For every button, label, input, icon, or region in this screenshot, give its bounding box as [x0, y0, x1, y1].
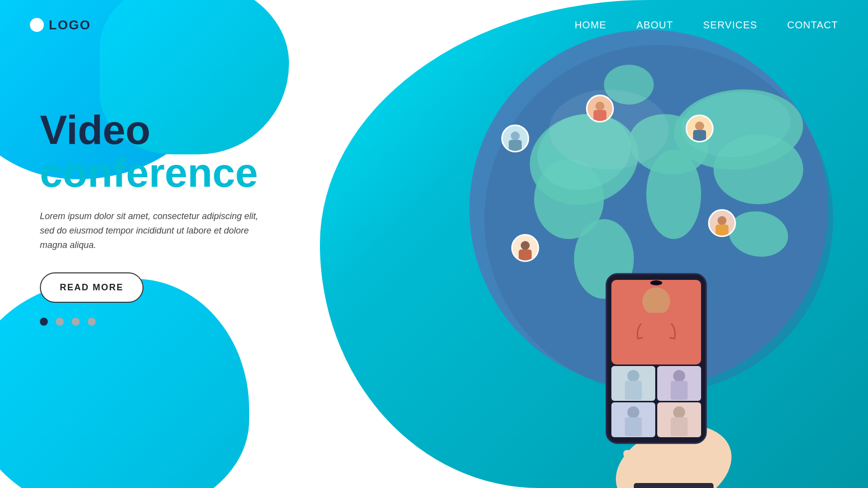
nav-about[interactable]: ABOUT [636, 19, 673, 31]
nav-contact[interactable]: CONTACT [787, 19, 838, 31]
svg-point-28 [521, 241, 530, 250]
svg-point-61 [650, 280, 662, 285]
svg-rect-29 [519, 249, 532, 260]
pagination-dots [40, 318, 259, 326]
read-more-button[interactable]: READ MORE [40, 272, 144, 303]
svg-point-50 [627, 370, 639, 382]
avatar-pin-3 [686, 115, 714, 142]
dot-4[interactable] [88, 318, 96, 326]
svg-point-53 [673, 370, 685, 382]
svg-rect-54 [671, 381, 688, 400]
svg-point-22 [695, 122, 704, 130]
svg-rect-51 [625, 381, 642, 400]
hero-title-line2: conference [40, 150, 259, 195]
svg-rect-57 [625, 417, 642, 436]
hero-description: Lorem ipsum dolor sit amet, consectetur … [40, 209, 259, 252]
svg-rect-36 [634, 483, 714, 488]
svg-rect-20 [509, 140, 522, 151]
dot-2[interactable] [56, 318, 64, 326]
nav-services[interactable]: SERVICES [703, 19, 757, 31]
dot-3[interactable] [72, 318, 80, 326]
avatar-pin-5 [511, 234, 539, 262]
nav-links: HOME ABOUT SERVICES CONTACT [575, 19, 838, 31]
svg-point-19 [511, 131, 520, 140]
nav-home[interactable]: HOME [575, 19, 606, 31]
avatar-pin-2 [501, 124, 529, 152]
hero-content: Video conference Lorem ipsum dolor sit a… [40, 110, 259, 326]
logo: LOGO [30, 17, 91, 33]
logo-text: LOGO [49, 17, 91, 33]
svg-rect-23 [693, 130, 706, 141]
phone-with-hands [559, 219, 768, 488]
logo-icon [30, 18, 44, 32]
svg-point-47 [642, 287, 670, 315]
hero-title-line1: Video [40, 110, 259, 150]
avatar-pin-1 [586, 95, 614, 122]
svg-point-56 [627, 406, 639, 418]
dot-1[interactable] [40, 318, 48, 326]
svg-point-15 [595, 102, 604, 111]
svg-rect-17 [593, 110, 606, 121]
svg-point-59 [673, 406, 685, 418]
svg-rect-60 [671, 417, 688, 436]
navbar: LOGO HOME ABOUT SERVICES CONTACT [0, 0, 868, 50]
svg-rect-48 [639, 313, 674, 363]
